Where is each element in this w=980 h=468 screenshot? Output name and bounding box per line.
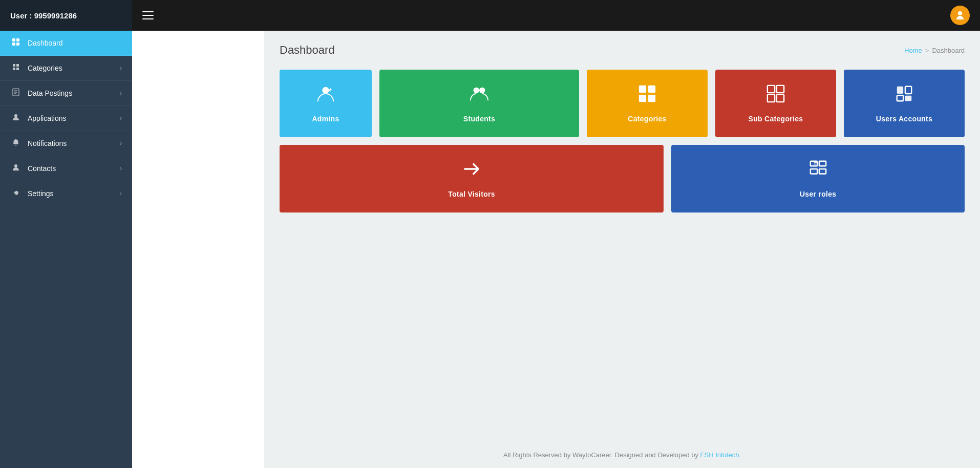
data-postings-icon [10, 88, 22, 98]
breadcrumb-separator: > [925, 47, 929, 54]
svg-rect-2 [12, 42, 15, 46]
svg-rect-28 [810, 161, 817, 166]
card-users-accounts-label: Users Accounts [876, 115, 932, 123]
footer-fsh-link[interactable]: FSH Infotech [700, 451, 739, 459]
dashboard-icon [10, 38, 22, 48]
students-icon [470, 84, 489, 111]
svg-rect-19 [768, 86, 775, 93]
svg-rect-3 [16, 42, 19, 46]
card-students-label: Students [463, 115, 495, 123]
settings-icon [10, 188, 22, 199]
breadcrumb: Home > Dashboard [904, 47, 965, 54]
topbar [132, 0, 980, 31]
card-user-roles[interactable]: User roles [671, 145, 965, 212]
svg-rect-25 [905, 87, 911, 94]
card-total-visitors[interactable]: Total Visitors [280, 145, 664, 212]
sidebar-user-label: User : 9959991286 [0, 0, 132, 31]
card-total-visitors-label: Total Visitors [448, 190, 495, 198]
sidebar-notifications-label: Notifications [28, 139, 120, 147]
svg-rect-29 [819, 161, 826, 166]
svg-rect-0 [12, 38, 15, 41]
card-admins[interactable]: Admins [280, 70, 372, 137]
svg-rect-17 [639, 95, 646, 102]
categories-card-icon [637, 84, 657, 111]
hamburger-line-3 [142, 18, 154, 19]
svg-point-9 [14, 164, 17, 167]
svg-rect-24 [897, 87, 903, 94]
sidebar-item-contacts[interactable]: Contacts › [0, 156, 132, 181]
card-categories-label: Categories [628, 115, 666, 123]
sidebar-contacts-label: Contacts [28, 164, 120, 173]
svg-point-12 [330, 89, 332, 91]
svg-rect-21 [768, 95, 775, 102]
footer-text: All Rights Reserved by WaytoCareer. Desi… [503, 451, 700, 459]
footer-suffix: . [739, 451, 741, 459]
sidebar-dashboard-label: Dashboard [28, 39, 122, 47]
cards-row-2: Total Visitors User roles [280, 145, 965, 212]
svg-rect-22 [777, 95, 784, 102]
card-students[interactable]: Students [379, 70, 579, 137]
card-categories[interactable]: Categories [587, 70, 708, 137]
sidebar-item-dashboard[interactable]: Dashboard [0, 31, 132, 56]
sidebar-categories-label: Categories [28, 64, 120, 72]
breadcrumb-current: Dashboard [932, 47, 965, 54]
breadcrumb-home[interactable]: Home [904, 47, 922, 54]
sidebar-item-categories[interactable]: Categories › [0, 56, 132, 81]
user-avatar[interactable] [950, 6, 970, 25]
footer: All Rights Reserved by WaytoCareer. Desi… [264, 442, 980, 468]
svg-point-8 [14, 114, 17, 117]
hamburger-line-1 [142, 11, 154, 12]
subcategories-icon [766, 84, 785, 111]
cards-row-1: Admins Students [280, 70, 965, 137]
card-users-accounts[interactable]: Users Accounts [844, 70, 965, 137]
categories-icon [10, 63, 22, 73]
svg-rect-31 [819, 169, 826, 174]
sidebar-data-postings-label: Data Postings [28, 89, 120, 97]
svg-rect-1 [16, 38, 19, 41]
svg-point-14 [479, 88, 485, 93]
admin-icon [316, 84, 335, 111]
page-title: Dashboard [280, 44, 335, 57]
svg-rect-16 [648, 86, 655, 93]
card-admins-label: Admins [312, 115, 339, 123]
svg-rect-30 [810, 169, 817, 174]
sidebar-settings-label: Settings [28, 189, 120, 198]
content-area: Dashboard Home > Dashboard Admin [264, 31, 980, 442]
user-roles-icon [808, 159, 828, 186]
chevron-right-icon-6: › [120, 190, 122, 197]
svg-point-11 [322, 87, 329, 94]
card-subcategories[interactable]: Sub Categories [715, 70, 836, 137]
svg-rect-18 [648, 95, 655, 102]
svg-rect-27 [905, 96, 911, 101]
notifications-icon [10, 138, 22, 148]
hamburger-line-2 [142, 15, 154, 16]
contacts-icon [10, 163, 22, 174]
chevron-right-icon-4: › [120, 140, 122, 147]
sidebar-item-settings[interactable]: Settings › [0, 181, 132, 206]
applications-icon [10, 113, 22, 123]
main-content: Dashboard Home > Dashboard Admin [264, 31, 980, 468]
chevron-right-icon-3: › [120, 115, 122, 122]
sidebar-item-data-postings[interactable]: Data Postings › [0, 81, 132, 106]
card-user-roles-label: User roles [800, 190, 836, 198]
svg-point-10 [958, 11, 962, 15]
card-subcategories-label: Sub Categories [749, 115, 803, 123]
hamburger-button[interactable] [142, 11, 154, 19]
svg-rect-20 [777, 86, 784, 93]
svg-point-13 [474, 88, 479, 93]
svg-rect-15 [639, 86, 646, 93]
chevron-right-icon-5: › [120, 165, 122, 172]
sidebar-applications-label: Applications [28, 114, 120, 122]
sidebar-item-applications[interactable]: Applications › [0, 106, 132, 131]
svg-rect-26 [897, 96, 903, 101]
total-visitors-icon [462, 159, 481, 186]
users-accounts-icon [894, 84, 914, 111]
page-header: Dashboard Home > Dashboard [280, 44, 965, 57]
chevron-right-icon: › [120, 65, 122, 72]
chevron-right-icon-2: › [120, 90, 122, 97]
sidebar-item-notifications[interactable]: Notifications › [0, 131, 132, 156]
sidebar: User : 9959991286 Dashboard Categories ›… [0, 0, 132, 468]
